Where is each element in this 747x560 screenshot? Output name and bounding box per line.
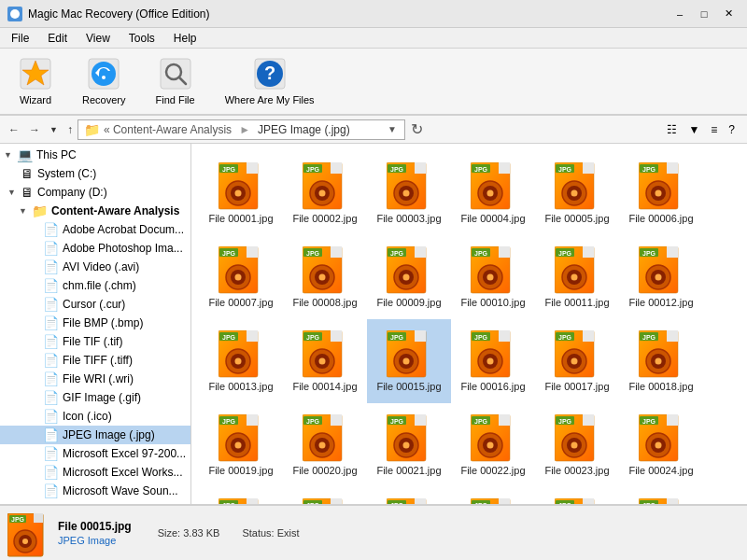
file-item-15[interactable]: JPG File 00016.jpg bbox=[451, 319, 535, 403]
file-item-2[interactable]: JPG File 00003.jpg bbox=[367, 151, 451, 235]
sidebar-item-6[interactable]: 📄AVI Video (.avi) bbox=[0, 258, 190, 276]
up-button[interactable]: ↑ bbox=[63, 120, 78, 139]
file-item-12[interactable]: JPG File 00013.jpg bbox=[199, 319, 283, 403]
sidebar-item-18[interactable]: 📄Microsoft Wave Soun... bbox=[0, 482, 190, 500]
file-item-9[interactable]: JPG File 00010.jpg bbox=[451, 235, 535, 319]
folder-icon-3: 📁 bbox=[32, 203, 48, 218]
file-item-13[interactable]: JPG File 00014.jpg bbox=[283, 319, 367, 403]
file-item-0[interactable]: JPG File 00001.jpg bbox=[199, 151, 283, 235]
maximize-button[interactable]: □ bbox=[693, 6, 715, 22]
file-item-18[interactable]: JPG File 00019.jpg bbox=[199, 403, 283, 487]
sidebar-item-11[interactable]: 📄File TIFF (.tiff) bbox=[0, 351, 190, 370]
sidebar-item-1[interactable]: 🖥System (C:) bbox=[0, 164, 190, 183]
svg-rect-39 bbox=[499, 162, 510, 174]
sidebar-item-17[interactable]: 📄Microsoft Excel Works... bbox=[0, 463, 190, 482]
menu-view[interactable]: View bbox=[78, 30, 118, 47]
sidebar-item-5[interactable]: 📄Adobe Photoshop Ima... bbox=[0, 239, 190, 258]
sidebar-item-3[interactable]: ▼📁Content-Aware Analysis bbox=[0, 202, 190, 220]
folder-icon-0: 💻 bbox=[17, 147, 33, 162]
main-content: ▼💻This PC 🖥System (C:)▼🖥Company (D:)▼📁Co… bbox=[0, 144, 747, 504]
file-item-11[interactable]: JPG File 00012.jpg bbox=[619, 235, 703, 319]
close-button[interactable]: ✕ bbox=[717, 6, 740, 22]
where-files-button[interactable]: ? Where Are My Files bbox=[218, 53, 322, 109]
menu-edit[interactable]: Edit bbox=[40, 30, 75, 47]
sidebar-item-12[interactable]: 📄File WRI (.wri) bbox=[0, 370, 190, 388]
jpg-file-icon-7: JPG bbox=[303, 246, 347, 295]
address-dropdown-button[interactable]: ▼ bbox=[386, 122, 399, 136]
file-item-8[interactable]: JPG File 00009.jpg bbox=[367, 235, 451, 319]
svg-point-196 bbox=[571, 442, 578, 449]
file-item-7[interactable]: JPG File 00008.jpg bbox=[283, 235, 367, 319]
sidebar-item-14[interactable]: 📄Icon (.ico) bbox=[0, 407, 190, 426]
file-item-19[interactable]: JPG File 00020.jpg bbox=[283, 403, 367, 487]
file-item-4[interactable]: JPG File 00005.jpg bbox=[535, 151, 619, 235]
svg-text:JPG: JPG bbox=[642, 334, 656, 341]
find-file-button[interactable]: Find File bbox=[148, 53, 202, 109]
file-item-16[interactable]: JPG File 00017.jpg bbox=[535, 319, 619, 403]
jpg-file-icon-16: JPG bbox=[555, 330, 599, 379]
svg-rect-71 bbox=[331, 246, 342, 258]
sidebar-item-9[interactable]: 📄File BMP (.bmp) bbox=[0, 314, 190, 332]
svg-point-164 bbox=[235, 442, 242, 449]
sidebar-item-16[interactable]: 📄Microsoft Excel 97-200... bbox=[0, 444, 190, 463]
address-current: JPEG Image (.jpg) bbox=[258, 123, 350, 136]
file-item-6[interactable]: JPG File 00007.jpg bbox=[199, 235, 283, 319]
file-item-17[interactable]: JPG File 00018.jpg bbox=[619, 319, 703, 403]
menu-file[interactable]: File bbox=[4, 30, 36, 47]
svg-text:JPG: JPG bbox=[474, 250, 488, 257]
help-button[interactable]: ? bbox=[724, 120, 740, 139]
file-item-26[interactable]: JPG File 00027.jpg bbox=[367, 487, 451, 504]
sidebar-item-0[interactable]: ▼💻This PC bbox=[0, 146, 190, 164]
history-button[interactable]: ▼ bbox=[45, 122, 63, 137]
sidebar-item-2[interactable]: ▼🖥Company (D:) bbox=[0, 183, 190, 202]
filter-button[interactable]: ☷ bbox=[662, 120, 682, 139]
file-item-14[interactable]: JPG File 00015.jpg bbox=[367, 319, 451, 403]
wizard-label: Wizard bbox=[20, 94, 51, 105]
view-dropdown-button[interactable]: ▼ bbox=[684, 120, 704, 139]
file-item-3[interactable]: JPG File 00004.jpg bbox=[451, 151, 535, 235]
expand-arrow-2: ▼ bbox=[7, 188, 17, 197]
file-item-21[interactable]: JPG File 00022.jpg bbox=[451, 403, 535, 487]
file-item-22[interactable]: JPG File 00023.jpg bbox=[535, 403, 619, 487]
sidebar-item-10[interactable]: 📄File TIF (.tif) bbox=[0, 332, 190, 351]
address-bar[interactable]: 📁 « Content-Aware Analysis ► JPEG Image … bbox=[78, 119, 405, 140]
file-item-24[interactable]: JPG File 00025.jpg bbox=[199, 487, 283, 504]
recovery-button[interactable]: Recovery bbox=[75, 53, 133, 109]
file-item-29[interactable]: JPG File 00030.jpg bbox=[619, 487, 703, 504]
file-item-1[interactable]: JPG File 00002.jpg bbox=[283, 151, 367, 235]
sidebar-item-8[interactable]: 📄Cursor (.cur) bbox=[0, 295, 190, 314]
jpg-file-icon-6: JPG bbox=[218, 246, 263, 295]
refresh-button[interactable]: ↻ bbox=[405, 120, 429, 138]
svg-point-156 bbox=[655, 358, 662, 365]
file-item-27[interactable]: JPG File 00028.jpg bbox=[451, 487, 535, 504]
wizard-button[interactable]: Wizard bbox=[11, 53, 60, 109]
sidebar-item-13[interactable]: 📄GIF Image (.gif) bbox=[0, 388, 190, 407]
file-item-5[interactable]: JPG File 00006.jpg bbox=[619, 151, 703, 235]
sidebar-item-4[interactable]: 📄Adobe Acrobat Docum... bbox=[0, 220, 190, 239]
minimize-button[interactable]: – bbox=[669, 6, 691, 22]
file-item-10[interactable]: JPG File 00011.jpg bbox=[535, 235, 619, 319]
file-item-23[interactable]: JPG File 00024.jpg bbox=[619, 403, 703, 487]
jpg-file-icon-2: JPG bbox=[387, 162, 431, 211]
file-item-28[interactable]: JPG File 00029.jpg bbox=[535, 487, 619, 504]
file-item-20[interactable]: JPG File 00021.jpg bbox=[367, 403, 451, 487]
menu-tools[interactable]: Tools bbox=[121, 30, 162, 47]
address-breadcrumb: « Content-Aware Analysis bbox=[104, 123, 232, 136]
svg-text:JPG: JPG bbox=[390, 166, 404, 173]
sidebar-item-15[interactable]: 📄JPEG Image (.jpg) bbox=[0, 426, 190, 444]
svg-rect-247 bbox=[667, 498, 678, 504]
svg-text:JPG: JPG bbox=[306, 334, 320, 341]
svg-text:JPG: JPG bbox=[558, 334, 572, 341]
back-button[interactable]: ← bbox=[4, 120, 24, 139]
forward-button[interactable]: → bbox=[24, 120, 45, 139]
sort-button[interactable]: ≡ bbox=[706, 120, 722, 139]
file-grid-container[interactable]: JPG File 00001.jpg JPG File 00002.jpg bbox=[191, 144, 747, 504]
menu-help[interactable]: Help bbox=[166, 30, 204, 47]
jpg-file-icon-19: JPG bbox=[303, 414, 347, 463]
svg-text:JPG: JPG bbox=[474, 166, 488, 173]
jpg-file-icon-13: JPG bbox=[303, 330, 347, 379]
file-item-25[interactable]: JPG File 00026.jpg bbox=[283, 487, 367, 504]
sidebar-item-7[interactable]: 📄chm.file (.chm) bbox=[0, 276, 190, 295]
jpg-file-icon-14: JPG bbox=[387, 330, 431, 379]
sidebar-label-12: File WRI (.wri) bbox=[63, 372, 134, 385]
